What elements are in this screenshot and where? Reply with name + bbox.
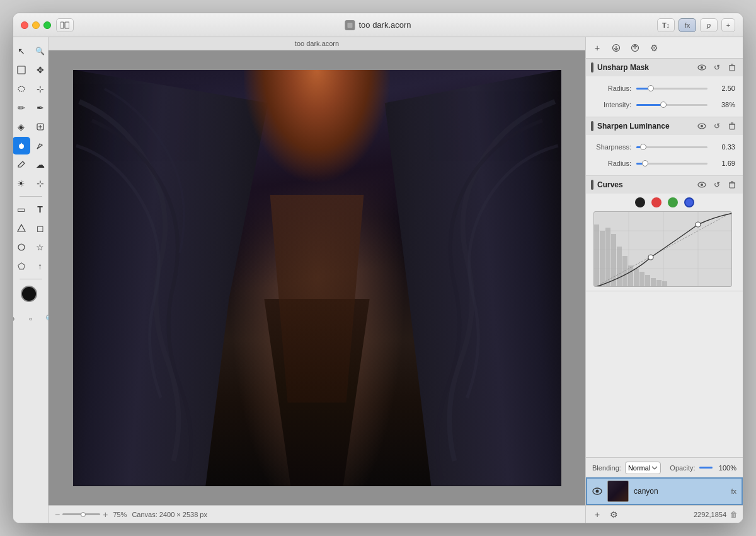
- zoom-tool[interactable]: 🔍: [32, 42, 49, 60]
- p-label: p: [707, 21, 711, 29]
- pencil-tool[interactable]: ✏: [13, 99, 30, 117]
- layer-name: canyon: [634, 487, 726, 496]
- canvas-viewport[interactable]: [49, 50, 585, 505]
- stamp-tool[interactable]: ◈: [13, 118, 30, 136]
- brush-tool[interactable]: ✒: [32, 99, 49, 117]
- heal-tool[interactable]: [32, 118, 49, 136]
- delete-layer-button[interactable]: 🗑: [730, 510, 738, 519]
- magic-wand-tool[interactable]: ⊹: [32, 80, 49, 98]
- color-swatch-area: [20, 286, 42, 306]
- sharpen-luminance-eye[interactable]: [696, 120, 707, 132]
- blending-mode-select[interactable]: Normal: [625, 462, 661, 474]
- extra-tool[interactable]: ⊹: [32, 175, 49, 192]
- curves-reset[interactable]: ↺: [711, 179, 723, 190]
- radius-row: Radius: 2.50: [593, 80, 735, 96]
- intensity-slider[interactable]: [636, 104, 707, 106]
- unsharp-mask-body: Radius: 2.50 Intensity: 38%: [586, 76, 743, 117]
- sl-radius-thumb[interactable]: [642, 160, 648, 166]
- unsharp-mask-reset[interactable]: ↺: [711, 62, 723, 73]
- coordinates-display: 2292,1854: [694, 511, 726, 518]
- toolbar-separator-1: [20, 196, 42, 197]
- radius-slider[interactable]: [636, 88, 707, 90]
- lasso-tool[interactable]: [13, 80, 30, 98]
- title-bar-center: too dark.acorn: [345, 20, 411, 30]
- layer-visibility-button[interactable]: [592, 486, 602, 496]
- curves-eye[interactable]: [696, 179, 707, 190]
- main-window: too dark.acorn T↕ fx p + ↖ 🔍: [13, 13, 743, 523]
- sharpen-luminance-reset[interactable]: ↺: [711, 120, 723, 132]
- poly-tool[interactable]: ⬠: [13, 257, 30, 275]
- fx-label: fx: [685, 21, 690, 29]
- radius-value: 2.50: [713, 84, 735, 92]
- minimize-button[interactable]: [32, 21, 40, 29]
- svg-point-26: [701, 184, 703, 186]
- sharpness-slider[interactable]: [636, 146, 707, 148]
- gear-filter-button[interactable]: ⚙: [648, 42, 660, 54]
- transform-tool[interactable]: ✥: [32, 61, 49, 79]
- sharpen-luminance-delete[interactable]: [726, 120, 738, 132]
- add-filter-button[interactable]: +: [591, 42, 604, 54]
- toolbar-separator-2: [20, 279, 42, 279]
- swap-colors[interactable]: ○: [22, 310, 40, 327]
- zoom-in-button[interactable]: +: [103, 510, 108, 520]
- add-panel-button[interactable]: +: [721, 18, 735, 32]
- curves-graph[interactable]: [593, 211, 732, 287]
- tool-row-6: [13, 137, 49, 154]
- text-tool[interactable]: T: [32, 201, 49, 218]
- opacity-slider[interactable]: [699, 467, 713, 469]
- layer-fx-button[interactable]: fx: [731, 487, 736, 495]
- unsharp-mask-header[interactable]: Unsharp Mask ↺: [586, 59, 743, 76]
- sharpen-luminance-header[interactable]: Sharpen Luminance ↺: [586, 117, 743, 135]
- fx-button[interactable]: fx: [679, 18, 696, 32]
- curves-green-channel[interactable]: [668, 197, 678, 207]
- brightness-tool[interactable]: ☀: [13, 175, 30, 192]
- smudge-tool[interactable]: ☁: [32, 156, 49, 173]
- foreground-color-swatch[interactable]: [21, 286, 37, 302]
- unsharp-mask-eye[interactable]: [696, 62, 707, 73]
- crop-tool[interactable]: [13, 61, 30, 79]
- section-indicator: [591, 62, 593, 73]
- star-tool[interactable]: ☆: [32, 238, 49, 256]
- share-filter-button[interactable]: [629, 42, 641, 54]
- arrow-shape-tool[interactable]: ↑: [32, 257, 49, 275]
- zoom-out-button[interactable]: −: [55, 510, 60, 520]
- svg-rect-45: [645, 275, 650, 287]
- p-button[interactable]: p: [700, 18, 718, 32]
- layers-gear-button[interactable]: ⚙: [607, 508, 620, 521]
- pen-tool[interactable]: [32, 137, 49, 154]
- tool-row-1: ↖ 🔍: [13, 42, 49, 60]
- path-tool[interactable]: [13, 219, 30, 237]
- reset-colors[interactable]: ⊘: [13, 310, 21, 327]
- radius-thumb[interactable]: [648, 85, 654, 91]
- unsharp-mask-delete[interactable]: [726, 62, 738, 73]
- zoom-control: − +: [55, 510, 108, 520]
- fill-tool[interactable]: [13, 137, 30, 154]
- sl-radius-value: 1.69: [713, 160, 735, 167]
- curves-header[interactable]: Curves ↺: [586, 176, 743, 194]
- add-layer-button[interactable]: +: [591, 508, 604, 521]
- zoom-slider-thumb: [81, 512, 86, 517]
- maximize-button[interactable]: [43, 21, 51, 29]
- status-bar: − + 75% Canvas: 2400 × 2538 px: [49, 505, 585, 523]
- arrow-tool[interactable]: ↖: [13, 42, 30, 60]
- curves-red-channel[interactable]: [651, 197, 662, 207]
- intensity-row: Intensity: 38%: [593, 96, 735, 113]
- download-filter-button[interactable]: [610, 42, 622, 54]
- curves-delete[interactable]: [726, 179, 738, 190]
- layer-row[interactable]: canyon fx: [586, 477, 743, 505]
- sharpness-thumb[interactable]: [640, 144, 646, 150]
- shape-tool[interactable]: ◻: [32, 219, 49, 237]
- intensity-thumb[interactable]: [660, 102, 667, 108]
- curves-blue-channel[interactable]: [684, 197, 694, 207]
- eyedropper-tool[interactable]: [13, 156, 30, 173]
- sl-radius-slider[interactable]: [636, 163, 707, 165]
- curves-black-channel[interactable]: [635, 197, 645, 207]
- rect-select-tool[interactable]: ▭: [13, 201, 30, 218]
- curves-color-buttons: [593, 197, 735, 207]
- zoom-slider[interactable]: [62, 513, 100, 515]
- oval-tool[interactable]: [13, 238, 30, 256]
- typography-button[interactable]: T↕: [657, 18, 675, 32]
- layers-bottom-bar: + ⚙ 2292,1854 🗑: [586, 505, 743, 523]
- sidebar-toggle-button[interactable]: [56, 18, 74, 32]
- close-button[interactable]: [21, 21, 28, 29]
